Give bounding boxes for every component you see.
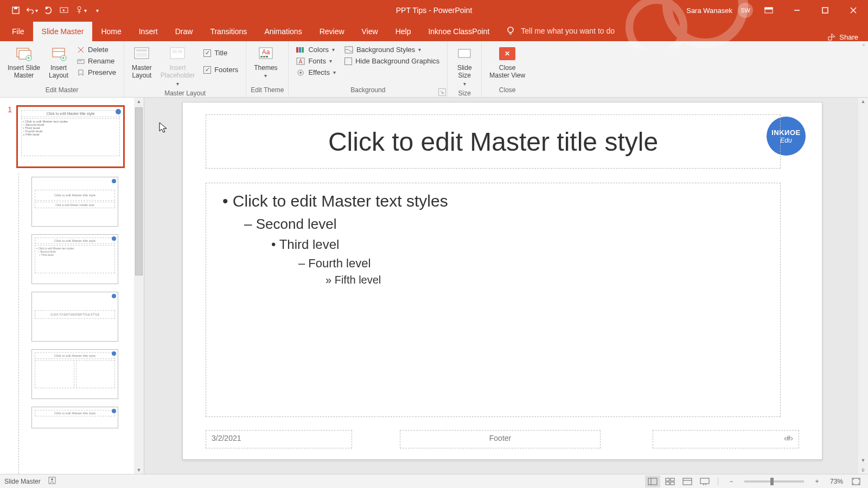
fit-to-window-icon[interactable]: [848, 476, 864, 487]
hide-bg-graphics-checkbox[interactable]: Hide Background Graphics: [342, 56, 442, 66]
footer-placeholder[interactable]: Footer: [400, 430, 601, 448]
title-placeholder[interactable]: Click to edit Master title style: [206, 114, 781, 169]
layout-thumbnail[interactable]: CLICK TO EDIT MASTER TITLE STYLE: [31, 292, 118, 342]
reading-view-icon[interactable]: [680, 476, 695, 487]
tab-draw[interactable]: Draw: [167, 22, 202, 41]
title-checkbox[interactable]: ✓Title: [201, 48, 240, 58]
slide-number-placeholder[interactable]: ‹#›: [653, 430, 799, 448]
zoom-in-button[interactable]: +: [809, 476, 825, 487]
insert-slide-master-button[interactable]: ✶ Insert Slide Master: [4, 43, 43, 81]
quick-access-toolbar: ▾ ▾ ▾: [0, 4, 103, 16]
rename-icon: [77, 57, 85, 65]
scroll-up-icon[interactable]: ▲: [858, 99, 868, 104]
thumb-badge-icon: [112, 409, 116, 413]
delete-button[interactable]: Delete: [75, 44, 118, 55]
themes-button[interactable]: Aa Themes▾: [251, 43, 280, 80]
zoom-slider[interactable]: [744, 480, 804, 483]
window-title: PPT Tips - PowerPoint: [396, 6, 473, 15]
fonts-button[interactable]: AFonts ▾: [294, 56, 338, 66]
tab-file[interactable]: File: [3, 22, 33, 41]
group-background: Colors ▾ AFonts ▾ Effects ▾ Background S…: [289, 41, 448, 97]
effects-button[interactable]: Effects ▾: [294, 67, 338, 78]
layout-thumbnail[interactable]: Click to edit Master title style: [31, 349, 118, 399]
insert-placeholder-button[interactable]: Insert Placeholder ▾: [157, 43, 198, 88]
svg-text:✶: ✶: [61, 55, 66, 61]
close-icon[interactable]: [841, 0, 866, 21]
undo-icon[interactable]: ▾: [26, 4, 38, 16]
scroll-handle[interactable]: [135, 107, 143, 275]
tab-home[interactable]: Home: [92, 22, 130, 41]
group-close: ✕ Close Master View Close: [482, 41, 533, 97]
thumb-title-text: Click to edit Master title style: [35, 237, 115, 244]
preserve-button[interactable]: Preserve: [75, 67, 118, 78]
thumb-body-text: • Click to edit Master text styles – Sec…: [21, 118, 120, 156]
thumb-title-text: Click to edit Master title style: [21, 110, 120, 117]
checkbox-icon: ✓: [203, 66, 211, 74]
accessibility-checker-icon[interactable]: [48, 477, 56, 486]
scroll-down-icon[interactable]: ▼: [134, 467, 144, 473]
slide-index: 1: [5, 105, 12, 114]
slideshow-view-icon[interactable]: [697, 476, 712, 487]
layout-thumbnail[interactable]: Click to edit Master title style • Click…: [31, 234, 118, 284]
colors-button[interactable]: Colors ▾: [294, 44, 338, 55]
themes-icon: Aa: [257, 44, 275, 63]
maximize-icon[interactable]: [813, 0, 838, 21]
zoom-out-button[interactable]: −: [724, 476, 739, 487]
layout-thumbnail[interactable]: Click to edit Master title style: [31, 407, 118, 428]
slide-sorter-view-icon[interactable]: [662, 476, 678, 487]
svg-text:Aa: Aa: [262, 48, 270, 56]
thumbnail-scrollbar[interactable]: ▲ ▼: [134, 98, 144, 474]
share-button[interactable]: Share: [827, 33, 868, 41]
insert-layout-button[interactable]: ✶ Insert Layout: [46, 43, 72, 81]
date-placeholder[interactable]: 3/2/2021: [206, 430, 352, 448]
zoom-slider-handle[interactable]: [770, 478, 774, 485]
master-slide[interactable]: INKИOE Edu Click to edit Master title st…: [182, 102, 822, 460]
tab-help[interactable]: Help: [387, 22, 420, 41]
colors-icon: [296, 46, 305, 54]
rename-button[interactable]: Rename: [75, 56, 118, 66]
tab-transitions[interactable]: Transitions: [201, 22, 256, 41]
customize-qat-icon[interactable]: ▾: [91, 4, 103, 16]
minimize-icon[interactable]: [784, 0, 809, 21]
touch-mode-icon[interactable]: ▾: [75, 4, 87, 16]
canvas-scrollbar[interactable]: ▲ ▼ ⤋: [858, 98, 868, 474]
close-master-view-button[interactable]: ✕ Close Master View: [486, 43, 528, 81]
tab-view[interactable]: View: [353, 22, 387, 41]
collapse-ribbon-icon[interactable]: ˇ: [863, 43, 865, 52]
background-dialog-launcher[interactable]: ↘: [438, 88, 446, 96]
svg-rect-51: [666, 478, 669, 481]
svg-rect-9: [822, 8, 828, 13]
zoom-level[interactable]: 73%: [830, 478, 843, 485]
start-from-beginning-icon[interactable]: [59, 4, 71, 16]
body-placeholder[interactable]: Click to edit Master text styles Second …: [206, 183, 781, 417]
scroll-up-icon[interactable]: ▲: [134, 99, 144, 104]
checkbox-icon: [344, 57, 352, 65]
group-label-edit-master: Edit Master: [4, 85, 119, 96]
tab-slide-master[interactable]: Slide Master: [33, 22, 93, 41]
layout-thumbnail[interactable]: Click to edit Master title style Click t…: [31, 177, 118, 227]
thumb-badge-icon: [112, 351, 116, 356]
thumb-title-text: Click to edit Master title style: [35, 352, 115, 359]
tab-review[interactable]: Review: [311, 22, 353, 41]
tab-animations[interactable]: Animations: [256, 22, 310, 41]
ribbon: ✶ Insert Slide Master ✶ Insert Layout De…: [0, 41, 868, 98]
footers-checkbox[interactable]: ✓Footers: [201, 65, 240, 75]
save-icon[interactable]: [10, 4, 22, 16]
ribbon-display-options-icon[interactable]: [756, 0, 781, 21]
scroll-down-icon[interactable]: ▼: [858, 458, 868, 463]
normal-view-icon[interactable]: [645, 476, 660, 487]
tab-inknoe-classpoint[interactable]: Inknoe ClassPoint: [419, 22, 498, 41]
svg-rect-40: [302, 47, 304, 53]
group-master-layout: Master Layout Insert Placeholder ▾ ✓Titl…: [124, 41, 246, 97]
master-layout-button[interactable]: Master Layout: [129, 43, 155, 81]
svg-rect-25: [78, 60, 84, 63]
master-slide-thumbnail[interactable]: Click to edit Master title style • Click…: [16, 105, 125, 168]
redo-icon[interactable]: [42, 4, 54, 16]
svg-rect-39: [299, 47, 301, 53]
tab-insert[interactable]: Insert: [130, 22, 167, 41]
slide-size-button[interactable]: Slide Size ▾: [452, 43, 477, 88]
background-styles-button[interactable]: Background Styles ▾: [342, 44, 442, 55]
next-slide-icon[interactable]: ⤋: [858, 467, 868, 473]
group-edit-master: ✶ Insert Slide Master ✶ Insert Layout De…: [0, 41, 124, 97]
svg-text:A: A: [299, 59, 303, 65]
